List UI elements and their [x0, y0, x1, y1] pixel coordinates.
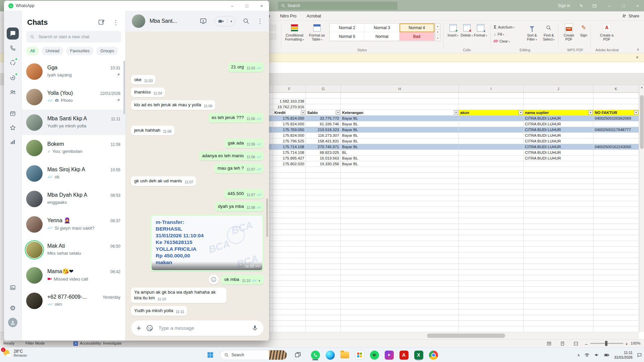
- filter-pill[interactable]: Unread: [42, 47, 63, 55]
- taskbar-search[interactable]: Search: [220, 350, 269, 360]
- cell-akun[interactable]: [459, 133, 524, 138]
- notification-bar-close-icon[interactable]: ×: [636, 55, 639, 60]
- cell-keterangan[interactable]: Bayar BL: [341, 116, 459, 121]
- cell-keterangan[interactable]: Bayar BL: [341, 161, 459, 167]
- cell-style-option[interactable]: Normal: [365, 32, 399, 41]
- filter-pill[interactable]: Groups: [96, 47, 118, 55]
- ribbon-tab[interactable]: Acrobat: [307, 14, 321, 18]
- taskbar-spotify-icon[interactable]: [369, 349, 380, 361]
- message-bubble[interactable]: Yudh ya mksh yolla11:11: [131, 306, 187, 316]
- editing-button[interactable]: Clear: [494, 38, 515, 44]
- filter-dropdown-icon[interactable]: ▾: [519, 110, 523, 115]
- column-header[interactable]: H: [341, 85, 459, 93]
- cell-kredit[interactable]: 175.714.108: [273, 150, 306, 156]
- message-bubble[interactable]: oke11:03: [131, 75, 155, 85]
- table-row[interactable]: 175.802.020 19.330.256 Bayar BL: [262, 161, 639, 167]
- cell-keterangan[interactable]: Bayar BL: [341, 133, 459, 138]
- conversation-scrollbar[interactable]: [266, 198, 268, 237]
- chat-list-item[interactable]: Mba Dyah Kkp A 08:53 enggaaks: [22, 186, 125, 212]
- message-bubble[interactable]: dyah ya mba11:08✓✓: [215, 202, 264, 212]
- cell-keterangan[interactable]: BL: [341, 150, 459, 156]
- column-header[interactable]: I: [459, 85, 524, 93]
- column-header[interactable]: K: [593, 85, 639, 93]
- cell-suplier[interactable]: CITRA BUDI LUHUR: [524, 133, 593, 138]
- cell-keterangan[interactable]: Bayar BL: [341, 144, 459, 150]
- message-bubble[interactable]: gak ada11:06✓✓: [225, 138, 264, 148]
- column-header[interactable]: G: [306, 85, 341, 93]
- sticker-icon[interactable]: [146, 324, 153, 332]
- channels-tab-icon[interactable]: [7, 72, 19, 84]
- wifi-icon[interactable]: [584, 352, 590, 358]
- message-bubble[interactable]: adanya es teh manis11:06✓✓: [199, 151, 264, 161]
- cell-faktur[interactable]: [593, 133, 639, 138]
- pen-mode-icon[interactable]: ✎: [578, 3, 584, 8]
- table-row[interactable]: 175.895.427 16.019.563 Bayar BL CITRA BU…: [262, 156, 639, 161]
- close-button[interactable]: ×: [635, 3, 641, 8]
- page-layout-view-icon[interactable]: [560, 341, 565, 346]
- taskbar-clock[interactable]: 11:11 31/01/2026: [614, 350, 633, 360]
- cell-style-option[interactable]: Bad: [399, 32, 434, 41]
- cell-suplier[interactable]: [524, 161, 593, 167]
- cell-kredit[interactable]: 175.824.000: [273, 133, 306, 138]
- cell-keterangan[interactable]: Bayar BL: [341, 138, 459, 144]
- minimize-button[interactable]: –: [225, 1, 239, 11]
- cell-suplier[interactable]: CITRA BUDI LUHUR: [524, 150, 593, 156]
- taskbar-excel-icon[interactable]: X: [413, 349, 424, 361]
- chat-search-input[interactable]: [39, 34, 117, 39]
- archived-icon[interactable]: [7, 108, 19, 120]
- status-tab-icon[interactable]: [7, 57, 19, 69]
- message-bubble[interactable]: 21 org11:03✓✓: [228, 62, 264, 72]
- table-header-cell[interactable]: Saldo▾: [306, 110, 341, 116]
- collapse-ribbon-icon[interactable]: ∧: [637, 47, 639, 52]
- column-header[interactable]: F: [273, 85, 306, 93]
- cell-saldo[interactable]: 33.775.772: [306, 116, 341, 121]
- worksheet-grid[interactable]: FGHIJK 1.582.163.238 19.762.270.916 Kred…: [262, 85, 639, 332]
- page-break-view-icon[interactable]: [574, 341, 578, 346]
- settings-gear-icon[interactable]: ⚙: [7, 302, 19, 314]
- cell-akun[interactable]: [459, 138, 524, 144]
- message-bubble[interactable]: ok mba11:10✓✓▼: [221, 275, 264, 285]
- cell-suplier[interactable]: CITRA BUDI LUHUR: [524, 116, 593, 121]
- table-row[interactable]: 175.824.000 33.775.772 Bayar BL CITRA BU…: [262, 116, 639, 121]
- excel-search-box[interactable]: Search: [278, 2, 397, 10]
- ribbon-display-options-icon[interactable]: [592, 4, 598, 8]
- share-button[interactable]: Share: [622, 13, 639, 19]
- table-row[interactable]: 175.824.000 116.273.307 Bayar BL CITRA B…: [262, 133, 639, 138]
- gallery-icon[interactable]: [7, 282, 19, 294]
- cell-keterangan[interactable]: Bayar BL: [341, 127, 459, 133]
- weather-widget[interactable]: 1 28°C Berawan: [3, 349, 27, 358]
- conditional-formatting-button[interactable]: Conditional Formatting: [283, 23, 306, 41]
- normal-view-icon[interactable]: [547, 341, 551, 346]
- chats-menu-icon[interactable]: ⋮: [113, 19, 119, 26]
- chat-list-item[interactable]: Gga 10:31 Iyah sayang: [22, 59, 125, 84]
- cell-kredit[interactable]: 175.802.020: [273, 161, 306, 167]
- cell-saldo[interactable]: 61.336.746: [306, 121, 341, 127]
- cell-faktur[interactable]: 04002500100362069: [593, 116, 639, 121]
- maximize-button[interactable]: □: [239, 1, 254, 11]
- cells-button[interactable]: ▾ Format: [474, 23, 487, 37]
- cell-akun[interactable]: [459, 150, 524, 156]
- tray-chevron-icon[interactable]: ∧: [577, 353, 580, 357]
- table-row[interactable]: 175.796.525 158.431.831 Bayar BL CITRA B…: [262, 138, 639, 144]
- whatsapp-titlebar[interactable]: WhatsApp – □ ×: [4, 1, 269, 11]
- sheet-empty-rows[interactable]: [262, 167, 639, 332]
- cell-faktur[interactable]: 04002500162243050: [593, 144, 639, 150]
- table-row[interactable]: 175.714.108 270.745.971 Bayar BL CITRA B…: [262, 144, 639, 150]
- zoom-out-icon[interactable]: –: [585, 341, 588, 347]
- filter-dropdown-icon[interactable]: ▾: [454, 110, 458, 115]
- cell-akun[interactable]: [459, 144, 524, 150]
- taskbar-store-icon[interactable]: [354, 349, 365, 361]
- chats-tab-icon[interactable]: [7, 27, 19, 40]
- table-row[interactable]: 175.769.050 219.518.323 Bayar BL CITRA B…: [262, 127, 639, 133]
- taskbar-chrome-icon[interactable]: [428, 349, 439, 361]
- taskbar-edge-icon[interactable]: [324, 349, 336, 361]
- starred-icon[interactable]: [7, 122, 19, 134]
- cell-kredit[interactable]: 175.796.525: [273, 138, 306, 144]
- cell-saldo[interactable]: 68.823.025: [306, 150, 341, 156]
- message-bubble[interactable]: Ya ampun ak gk bca wa dyah hahaha ak kir…: [131, 288, 226, 303]
- taskbar-acrobat-icon[interactable]: A: [398, 349, 410, 361]
- cell-akun[interactable]: [459, 116, 524, 121]
- cell-style-option[interactable]: Normal 3: [365, 23, 399, 32]
- message-bubble[interactable]: mau ga teh ?11:07✓✓: [214, 164, 264, 173]
- cell-akun[interactable]: [459, 156, 524, 161]
